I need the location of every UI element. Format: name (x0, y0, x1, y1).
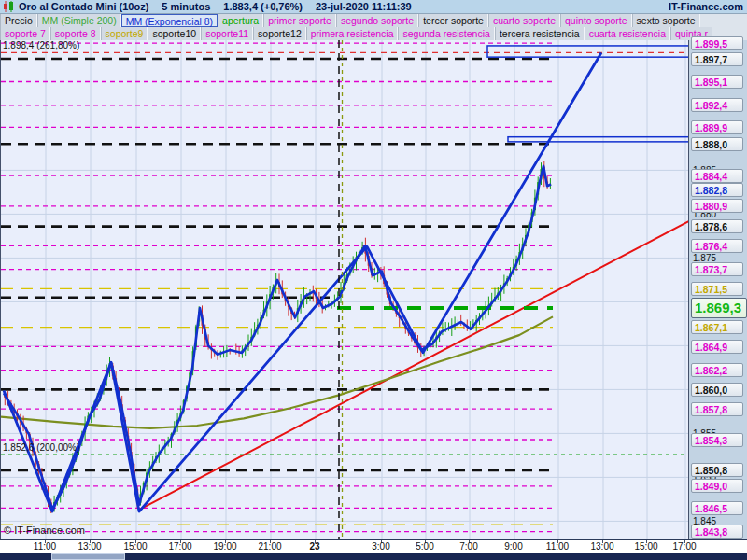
price-level-label: 1.862,2 (691, 363, 743, 377)
price-level-label: 1.888,0 (691, 137, 743, 151)
price-level-label: 1.899,5 (691, 36, 743, 50)
legend-item-soporte-8[interactable]: soporte 8 (50, 27, 101, 40)
time-tick-label: 17:00 (672, 541, 696, 552)
price-level-label: 1.882,8 (691, 183, 743, 197)
legend-item-primera-resistencia[interactable]: primera resistencia (306, 27, 399, 40)
legend-item-precio[interactable]: Precio (0, 14, 37, 27)
price-level-label: 1.895,1 (691, 75, 743, 89)
brand-label: IT-Finance.com (669, 1, 743, 12)
time-tick-label: 9:00 (504, 541, 522, 552)
legend-item-soporte11[interactable]: soporte11 (201, 27, 253, 40)
time-tick-label: 23 (309, 541, 319, 552)
price-axis[interactable]: 1.8851.8801.8751.8701.8651.8601.8551.850… (688, 40, 747, 539)
time-tick-label: 11:00 (34, 541, 56, 552)
legend-item-soporte9[interactable]: soporte9 (101, 27, 148, 40)
price-level-label: 1.864,9 (691, 340, 743, 354)
candlestick-icon (3, 1, 15, 12)
legend-item-cuarto-soporte[interactable]: cuarto soporte (488, 14, 560, 27)
title-bar: Oro al Contado Mini (10oz) 5 minutos 1.8… (0, 0, 747, 14)
legend-item-segunda-resistencia[interactable]: segunda resistencia (398, 27, 494, 40)
legend-item-mm-exponencial-8-[interactable]: MM (Exponencial 8) (121, 14, 218, 27)
legend-item-segundo-soporte[interactable]: segundo soporte (336, 14, 418, 27)
status-bar (0, 553, 747, 560)
price-level-label: 1.849,0 (691, 479, 743, 493)
time-tick-label: 19:00 (213, 541, 236, 552)
legend-item-soporte12[interactable]: soporte12 (253, 27, 306, 40)
price-level-label: 1.897,7 (691, 52, 743, 66)
price-level-label: 1.889,9 (691, 120, 743, 134)
price-level-label: 1.873,7 (691, 262, 743, 276)
symbol-title: Oro al Contado Mini (10oz) (19, 1, 148, 12)
legend-item-cuarta-resistencia[interactable]: cuarta resistencia (585, 27, 670, 40)
price-level-label: 1.846,5 (691, 501, 743, 515)
legend-item-soporte-7[interactable]: soporte 7 (0, 27, 50, 40)
zigzag-line (4, 53, 601, 512)
last-price-change: 1.883,4 (+0,76%) (223, 1, 303, 12)
price-level-label: 1.876,4 (691, 239, 743, 253)
time-tick-label: 15:00 (123, 541, 147, 552)
legend-item-soporte10[interactable]: soporte10 (148, 27, 201, 40)
drawn-rectangle[interactable] (487, 46, 689, 57)
price-level-label: 1.878,6 (691, 219, 743, 233)
candlestick-chart[interactable] (1, 40, 689, 539)
legend-row-1: PrecioMM (Simple 200)MM (Exponencial 8)a… (0, 14, 747, 27)
price-level-label: 1.857,8 (691, 402, 743, 416)
price-level-label: 1.860,0 (691, 383, 743, 397)
legend-item-mm-simple-200-[interactable]: MM (Simple 200) (37, 14, 121, 27)
price-level-label: 1.892,4 (691, 98, 743, 112)
price-level-label: 1.854,3 (691, 433, 743, 447)
legend-row-2: soporte 7soporte 8soporte9soporte10sopor… (0, 27, 747, 40)
h-scrollbar[interactable] (51, 553, 125, 560)
price-level-label: 1.880,9 (691, 199, 743, 213)
price-level-label: 1.871,5 (691, 282, 743, 296)
legend-item-quinto-soporte[interactable]: quinto soporte (560, 14, 632, 27)
time-tick-label: 17:00 (168, 541, 191, 552)
fib-level-label-261: 1.898,4 (261,80%) (3, 40, 79, 50)
copyright-label: © IT-Finance.com (4, 525, 85, 536)
price-level-label: 1.850,8 (691, 463, 743, 477)
fib-level-label-200: 1.852,6 (200,00%) (3, 442, 79, 453)
legend-item-sexto-soporte[interactable]: sexto soporte (632, 14, 700, 27)
chart-plot-area[interactable]: 1.898,4 (261,80%) 1.852,6 (200,00%) © IT… (0, 40, 689, 539)
time-tick-label: 7:00 (459, 541, 477, 552)
legend-item-tercer-soporte[interactable]: tercer soporte (418, 14, 488, 27)
timeframe-label: 5 minutos (162, 1, 210, 12)
legend-item-tercera-resistencia[interactable]: tercera resistencia (495, 27, 585, 40)
time-axis[interactable]: 11:0013:0015:0017:0019:0021:00233:005:00… (0, 539, 747, 553)
price-level-label: 1.843,8 (691, 525, 743, 539)
legend-item-apertura[interactable]: apertura (218, 14, 263, 27)
drawn-rectangle[interactable] (508, 137, 689, 142)
time-tick-label: 5:00 (416, 541, 433, 552)
red-trendline (139, 221, 689, 510)
time-tick-label: 13:00 (590, 541, 613, 552)
time-tick-label: 11:00 (546, 541, 569, 552)
price-level-label: 1.867,1 (691, 320, 743, 334)
time-tick-label: 21:00 (258, 541, 281, 552)
datetime-label: 23-jul-2020 11:11:39 (316, 1, 412, 12)
price-level-label: 1.884,4 (691, 169, 743, 183)
legend-item-primer-soporte[interactable]: primer soporte (263, 14, 336, 27)
time-tick-label: 3:00 (372, 541, 389, 552)
time-tick-label: 15:00 (634, 541, 657, 552)
current-open-price-label: 1.869,3 (691, 298, 747, 318)
time-tick-label: 13:00 (78, 541, 101, 552)
